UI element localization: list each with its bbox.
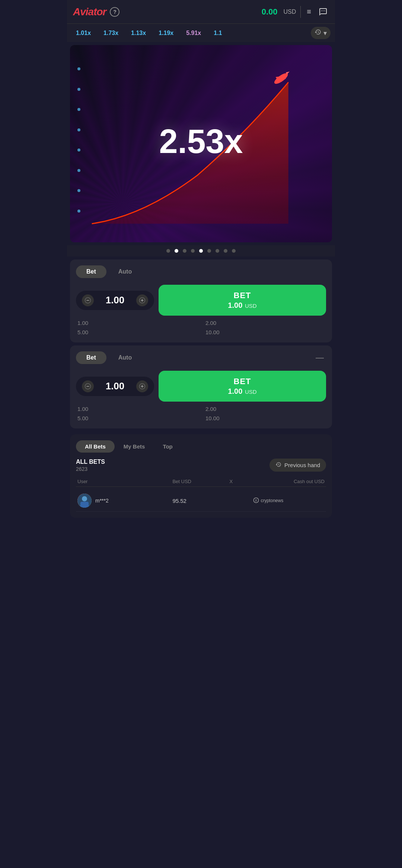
bet-btn-currency-2: USD <box>245 389 257 395</box>
bet-btn-label-2: BET <box>234 377 251 386</box>
username: m***2 <box>95 498 109 504</box>
tab-all-bets[interactable]: All Bets <box>76 440 115 453</box>
y-dot <box>77 189 80 192</box>
th-x: X <box>230 479 253 484</box>
quick-amt-2-3[interactable]: 5.00 <box>77 414 198 422</box>
bet-amount-2[interactable]: 1.00 <box>100 380 130 392</box>
increment-btn-1[interactable] <box>136 294 148 306</box>
balance-display: 0.00 <box>262 7 278 17</box>
bet-value: 95.52 <box>172 498 229 504</box>
carousel-dot-1[interactable] <box>175 249 178 253</box>
bet-input-wrap-2: 1.00 <box>76 377 154 396</box>
bet-input-wrap-1: 1.00 <box>76 291 154 310</box>
svg-rect-16 <box>142 385 143 388</box>
mult-item-4[interactable]: 1.19x <box>154 28 178 38</box>
carousel-indicator <box>67 245 335 256</box>
bet-row-1: 1.00 BET 1.00 USD <box>76 285 326 316</box>
user-cell: m***2 <box>77 494 172 508</box>
decrement-btn-2[interactable] <box>82 380 94 392</box>
bet-btn-label-1: BET <box>234 291 251 300</box>
th-cashout-usd: Cash out USD <box>253 479 325 484</box>
bet-tabs-2: Bet Auto — <box>76 351 326 364</box>
bets-table-header: User Bet USD X Cash out USD <box>76 476 326 487</box>
prev-hand-label: Previous hand <box>284 462 320 468</box>
mult-item-1[interactable]: 1.01x <box>71 28 95 38</box>
quick-amt-2-4[interactable]: 10.00 <box>205 414 326 422</box>
bets-header: ALL BETS 2623 Previous hand <box>76 459 326 472</box>
svg-rect-2 <box>324 10 325 11</box>
all-bets-title: ALL BETS <box>76 459 105 465</box>
mult-item-6[interactable]: 1.1 <box>209 28 226 38</box>
bet-tab-bet-1[interactable]: Bet <box>76 265 106 278</box>
help-button[interactable]: ? <box>110 7 119 17</box>
svg-text:₿: ₿ <box>255 499 257 502</box>
quick-amt-1-1[interactable]: 1.00 <box>77 319 198 327</box>
carousel-dot-4[interactable] <box>199 249 203 253</box>
cryptonews-badge: ₿ cryptonews <box>253 497 325 504</box>
y-dot <box>77 169 80 172</box>
carousel-dot-0[interactable] <box>166 249 170 253</box>
carousel-dot-3[interactable] <box>191 249 195 253</box>
quick-amounts-1: 1.00 2.00 5.00 10.00 <box>77 319 326 336</box>
cn-icon: ₿ <box>253 497 259 504</box>
bet-tab-auto-1[interactable]: Auto <box>108 265 142 278</box>
bet-tab-auto-2[interactable]: Auto <box>108 351 142 364</box>
previous-hand-button[interactable]: Previous hand <box>269 459 326 472</box>
svg-rect-1 <box>323 10 323 11</box>
quick-amounts-2: 1.00 2.00 5.00 10.00 <box>77 405 326 422</box>
mult-item-5[interactable]: 5.91x <box>182 28 205 38</box>
bet-panel-1: Bet Auto 1.00 BET 1.00 USD 1.00 2.00 5.0… <box>70 259 332 342</box>
svg-rect-20 <box>80 502 89 508</box>
quick-amt-1-2[interactable]: 2.00 <box>205 319 326 327</box>
svg-rect-8 <box>86 300 89 301</box>
quick-amt-2-2[interactable]: 2.00 <box>205 405 326 413</box>
carousel-dot-7[interactable] <box>224 249 227 253</box>
avatar <box>77 494 92 508</box>
bet-amount-1[interactable]: 1.00 <box>100 294 130 306</box>
increment-btn-2[interactable] <box>136 380 148 392</box>
y-dot <box>77 108 80 111</box>
carousel-dot-2[interactable] <box>183 249 186 253</box>
bets-title-block: ALL BETS 2623 <box>76 459 105 472</box>
bet-tab-bet-2[interactable]: Bet <box>76 351 106 364</box>
cashout-cell: ₿ cryptonews <box>253 497 325 504</box>
quick-amt-1-3[interactable]: 5.00 <box>77 328 198 336</box>
history-icon <box>315 29 321 37</box>
app-header: Aviator ? 0.00 USD ≡ <box>67 0 335 24</box>
bet-tabs-1: Bet Auto <box>76 265 326 278</box>
bet-button-1[interactable]: BET 1.00 USD <box>159 285 326 316</box>
quick-amt-1-4[interactable]: 10.00 <box>205 328 326 336</box>
tab-my-bets[interactable]: My Bets <box>115 440 154 453</box>
menu-button[interactable]: ≡ <box>305 6 313 17</box>
carousel-dot-8[interactable] <box>232 249 236 253</box>
bet-panel-2: Bet Auto — 1.00 BET 1.00 USD 1.00 2.00 5… <box>70 345 332 428</box>
bet-button-2[interactable]: BET 1.00 USD <box>159 371 326 402</box>
carousel-dot-5[interactable] <box>207 249 211 253</box>
prev-hand-icon <box>275 462 281 469</box>
chat-button[interactable] <box>317 6 329 18</box>
mult-item-3[interactable]: 1.13x <box>127 28 150 38</box>
remove-panel-btn[interactable]: — <box>313 353 326 363</box>
bet-btn-amount-row-2: 1.00 USD <box>228 387 256 396</box>
chevron-down-icon: ▾ <box>323 29 327 37</box>
game-multiplier: 2.53x <box>159 122 243 161</box>
history-button[interactable]: ▾ <box>311 27 331 39</box>
y-axis-dots <box>77 67 80 213</box>
carousel-dot-6[interactable] <box>216 249 219 253</box>
mult-item-2[interactable]: 1.73x <box>99 28 123 38</box>
cn-label: cryptonews <box>261 498 283 503</box>
y-dot <box>77 210 80 213</box>
y-dot <box>77 128 80 131</box>
bets-tabs: All Bets My Bets Top <box>76 440 326 453</box>
header-left: Aviator ? <box>73 6 119 18</box>
bet-btn-amount-2: 1.00 <box>228 387 242 395</box>
game-area: 2.53x <box>70 45 332 242</box>
quick-amt-2-1[interactable]: 1.00 <box>77 405 198 413</box>
decrement-btn-1[interactable] <box>82 294 94 306</box>
svg-rect-0 <box>321 10 322 11</box>
bet-btn-currency-1: USD <box>245 303 257 309</box>
tab-top[interactable]: Top <box>154 440 181 453</box>
multiplier-bar: 1.01x 1.73x 1.13x 1.19x 5.91x 1.1 ▾ <box>67 24 335 42</box>
bet-btn-amount-row-1: 1.00 USD <box>228 301 256 310</box>
svg-rect-13 <box>86 386 89 387</box>
